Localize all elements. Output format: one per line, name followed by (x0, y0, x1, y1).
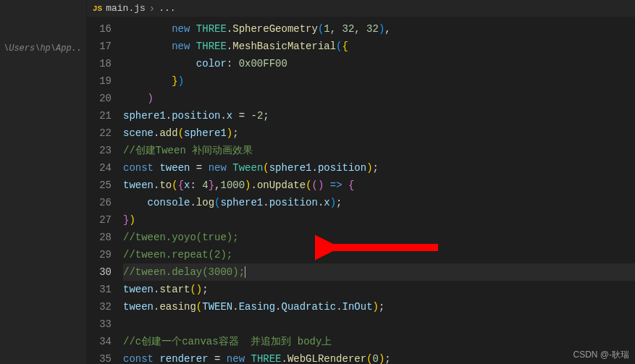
code-line (123, 316, 635, 333)
line-number: 18 (87, 55, 112, 72)
line-number: 26 (87, 194, 112, 211)
line-number: 23 (87, 142, 112, 159)
code-line: }) (123, 211, 635, 229)
code-line: //创建Tween 补间动画效果 (123, 142, 635, 159)
line-number: 34 (87, 333, 112, 350)
code-line: scene.add(sphere1); (123, 124, 635, 142)
code-content[interactable]: new THREE.SphereGeometry(1, 32, 32), new… (123, 20, 635, 364)
line-number: 24 (87, 159, 112, 177)
code-line: ) (123, 90, 635, 107)
code-line: sphere1.position.x = -2; (123, 107, 635, 124)
code-line: const renderer = new THREE.WebGLRenderer… (123, 350, 635, 364)
line-number: 30 (87, 263, 112, 281)
line-number: 33 (87, 316, 112, 333)
line-number: 25 (87, 177, 112, 194)
line-number: 29 (87, 246, 112, 263)
line-number: 27 (87, 211, 112, 229)
line-number: 31 (87, 281, 112, 298)
code-line: tween.start(); (123, 281, 635, 298)
tab-bar[interactable]: JS main.js › ... (87, 0, 635, 17)
line-number: 28 (87, 229, 112, 246)
code-line: new THREE.MeshBasicMaterial({ (123, 38, 635, 55)
code-line: //tween.repeat(2); (123, 246, 635, 263)
editor-main: JS main.js › ... 16 17 18 19 20 21 22 23… (87, 0, 635, 364)
breadcrumb-separator: › (149, 3, 155, 14)
code-line: //tween.delay(3000); (123, 263, 635, 281)
code-line: //c创建一个canvas容器 并追加到 body上 (123, 333, 635, 350)
line-number: 16 (87, 20, 112, 38)
line-number: 35 (87, 350, 112, 364)
breadcrumb-more: ... (159, 3, 175, 14)
code-editor[interactable]: 16 17 18 19 20 21 22 23 24 25 26 27 28 2… (87, 17, 635, 364)
js-file-icon: JS (93, 4, 102, 13)
line-number: 17 (87, 38, 112, 55)
code-line: tween.easing(TWEEN.Easing.Quadratic.InOu… (123, 298, 635, 316)
line-number: 32 (87, 298, 112, 316)
code-line: const tween = new Tween(sphere1.position… (123, 159, 635, 177)
code-line: color: 0x00FF00 (123, 55, 635, 72)
code-line: new THREE.SphereGeometry(1, 32, 32), (123, 20, 635, 38)
watermark: CSDN @-耿瑞 (573, 349, 629, 361)
code-line: tween.to({x: 4},1000).onUpdate(() => { (123, 177, 635, 194)
code-line: }) (123, 72, 635, 90)
line-number: 22 (87, 124, 112, 142)
sidebar-path: \Users\hp\App... (4, 43, 83, 54)
tab-filename: main.js (106, 3, 146, 14)
code-line: console.log(sphere1.position.x); (123, 194, 635, 211)
line-number: 21 (87, 107, 112, 124)
line-gutter: 16 17 18 19 20 21 22 23 24 25 26 27 28 2… (87, 20, 123, 364)
line-number: 19 (87, 72, 112, 90)
line-number: 20 (87, 90, 112, 107)
code-line: //tween.yoyo(true); (123, 229, 635, 246)
sidebar: \Users\hp\App... (0, 0, 87, 364)
